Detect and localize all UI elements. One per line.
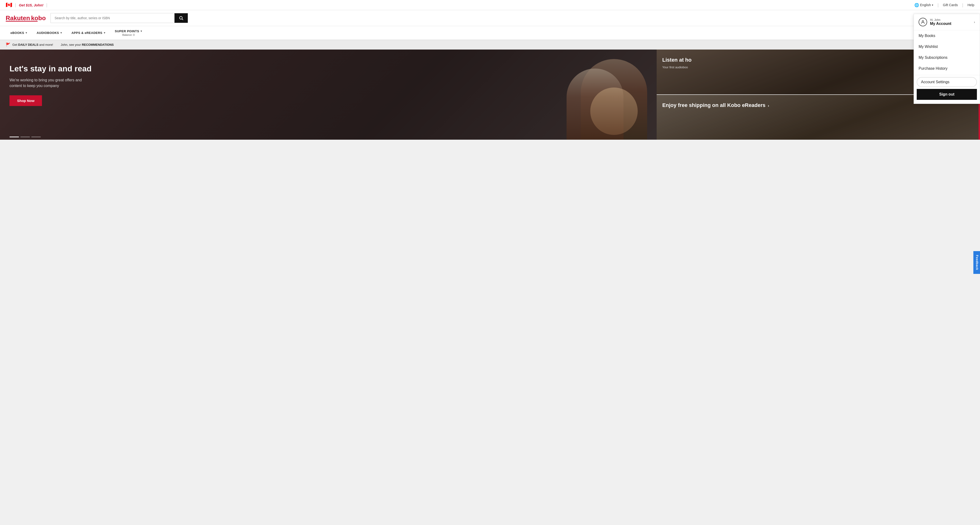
separator: |	[15, 3, 16, 8]
dropdown-chevron-icon: ›	[974, 20, 975, 24]
top-bar-left: 🇨🇦 | Get $15, John! |	[6, 2, 48, 8]
nav-ebooks-label: eBOOKS	[10, 31, 24, 35]
daily-deals-text: Get DAILY DEALS and more!	[12, 43, 53, 46]
dropdown-user-icon	[919, 18, 927, 26]
nav-item-audiobooks[interactable]: AUDIOBOOKS ▾	[32, 28, 67, 38]
svg-point-0	[180, 16, 182, 19]
my-wishlist-link[interactable]: My Wishlist	[914, 41, 980, 52]
recommendations-bold: RECOMMENDATIONS	[82, 43, 114, 46]
dropdown-divider	[914, 75, 980, 75]
nav-superpoints-label: SUPER POINTS	[115, 29, 139, 33]
nav-superpoints-chevron-icon: ▾	[141, 30, 142, 33]
recommendations-notification[interactable]: John, see your RECOMMENDATIONS	[61, 43, 114, 46]
nav-item-apps[interactable]: APPS & eREADERS ▾	[67, 28, 110, 38]
nav-item-ebooks[interactable]: eBOOKS ▾	[6, 28, 32, 38]
account-settings-button[interactable]: Account Settings	[917, 77, 977, 87]
nav-audiobooks-chevron-icon: ▾	[60, 31, 62, 34]
header: Rakuten kobo Hi, John My Account ▾	[0, 10, 980, 26]
hero-right-top-sub: Your first audioboo	[662, 65, 692, 69]
daily-deals-bold: DAILY DEALS	[18, 43, 38, 46]
svg-point-3	[922, 21, 924, 22]
notification-bar: 🚩 Get DAILY DEALS and more! John, see yo…	[0, 40, 980, 49]
purchase-history-link[interactable]: Purchase History	[914, 63, 980, 74]
logo[interactable]: Rakuten kobo	[6, 14, 46, 22]
gift-cards-link[interactable]: Gift Cards	[943, 3, 958, 7]
nav-apps-chevron-icon: ▾	[104, 31, 105, 34]
separator4: |	[962, 3, 963, 8]
my-books-link[interactable]: My Books	[914, 30, 980, 41]
shop-now-button[interactable]: Shop Now	[10, 95, 42, 106]
help-link[interactable]: Help	[967, 3, 974, 7]
search-button[interactable]	[175, 13, 188, 23]
progress-dot-3	[31, 137, 41, 137]
hero-section: Let's stay in and read We're working to …	[0, 49, 980, 140]
hero-content: Let's stay in and read We're working to …	[10, 64, 92, 106]
arrow-icon: ›	[768, 103, 769, 108]
canada-flag-icon: 🇨🇦	[6, 2, 12, 8]
hero-right-top-content: Listen at ho Your first audioboo	[662, 57, 692, 69]
hero-title: Let's stay in and read	[10, 64, 92, 73]
my-subscriptions-link[interactable]: My Subscriptions	[914, 52, 980, 63]
search-input[interactable]	[51, 13, 175, 23]
dropdown-user-info: Hi, John My Account	[930, 18, 951, 26]
nav-bar: eBOOKS ▾ AUDIOBOOKS ▾ APPS & eREADERS ▾ …	[0, 26, 980, 40]
progress-dot-2	[21, 137, 30, 137]
nav-apps-label: APPS & eREADERS	[72, 31, 102, 35]
hero-right-top-title: Listen at ho	[662, 57, 692, 64]
logo-kobo: kobo	[31, 14, 46, 22]
nav-audiobooks-label: AUDIOBOOKS	[37, 31, 59, 35]
dropdown-user-svg	[921, 20, 925, 24]
hero-subtitle: We're working to bring you great offers …	[10, 77, 85, 89]
globe-icon: 🌐	[914, 3, 919, 7]
language-selector[interactable]: 🌐 English ▾	[914, 3, 933, 7]
hero-progress	[10, 137, 41, 137]
logo-rakuten: Rakuten	[6, 14, 30, 22]
dropdown-header: Hi, John My Account ›	[914, 14, 980, 30]
progress-dot-1	[10, 137, 19, 137]
chevron-down-icon: ▾	[932, 3, 933, 6]
separator3: |	[937, 3, 939, 8]
sign-out-button[interactable]: Sign out	[917, 89, 977, 100]
nav-ebooks-chevron-icon: ▾	[25, 31, 27, 34]
separator2: |	[46, 3, 48, 8]
svg-line-1	[182, 19, 183, 20]
language-label: English	[920, 3, 931, 7]
superpoints-balance: Balance: 0	[123, 33, 135, 36]
hero-right-bottom-content: Enjoy free shipping on all Kobo eReaders…	[662, 102, 769, 109]
top-bar: 🇨🇦 | Get $15, John! | 🌐 English ▾ | Gift…	[0, 0, 980, 10]
nav-item-superpoints[interactable]: SUPER POINTS ▾ Balance: 0	[110, 26, 147, 40]
promo-text[interactable]: Get $15, John!	[19, 3, 43, 7]
hero-main-banner: Let's stay in and read We're working to …	[0, 49, 657, 140]
flag-icon: 🚩	[6, 43, 10, 47]
recommendations-text: John, see your RECOMMENDATIONS	[61, 43, 114, 46]
dropdown-hi: Hi, John	[930, 18, 951, 22]
hero-right-bottom-title: Enjoy free shipping on all Kobo eReaders…	[662, 102, 769, 109]
hero-image	[538, 49, 657, 140]
daily-deals-notification[interactable]: 🚩 Get DAILY DEALS and more!	[6, 43, 53, 47]
dropdown-my-account: My Account	[930, 22, 951, 26]
search-bar	[51, 13, 188, 23]
account-dropdown: Hi, John My Account › My Books My Wishli…	[914, 14, 980, 104]
search-icon	[179, 16, 183, 21]
